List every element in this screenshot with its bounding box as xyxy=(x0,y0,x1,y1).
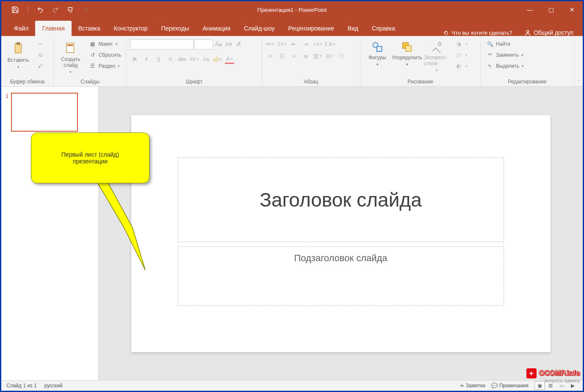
arrange-button[interactable]: Упорядочить▾ xyxy=(393,39,421,68)
columns-icon[interactable]: ▥ xyxy=(313,51,322,61)
svg-rect-4 xyxy=(17,42,20,44)
layout-icon: ▦ xyxy=(89,40,97,48)
plus-icon: + xyxy=(526,368,537,378)
minimize-button[interactable]: — xyxy=(519,1,540,18)
notes-button[interactable]: ≐Заметки xyxy=(460,383,485,389)
quick-styles-button[interactable]: Экспресс-стили▾ xyxy=(423,39,450,74)
smartart-icon[interactable]: ⬡ xyxy=(337,51,346,61)
maximize-button[interactable]: ▢ xyxy=(540,1,562,18)
strike-icon[interactable]: abc xyxy=(177,55,187,64)
title-placeholder[interactable]: Заголовок слайда xyxy=(178,157,504,242)
share-button[interactable]: Общий доступ xyxy=(518,29,583,36)
copy-button[interactable]: ⧉ xyxy=(34,50,46,60)
increase-font-icon[interactable]: A▴ xyxy=(214,39,223,49)
svg-rect-8 xyxy=(377,47,382,52)
tab-insert[interactable]: Вставка xyxy=(72,21,107,36)
svg-rect-3 xyxy=(15,44,22,53)
tab-view[interactable]: Вид xyxy=(341,21,365,36)
shape-outline-button[interactable]: ◻ xyxy=(453,50,469,60)
tab-file[interactable]: Файл xyxy=(7,21,35,36)
tab-design[interactable]: Конструктор xyxy=(107,21,155,36)
tab-animations[interactable]: Анимация xyxy=(196,21,237,36)
increase-indent-icon[interactable]: ⇥ xyxy=(301,39,310,49)
save-icon[interactable] xyxy=(11,5,20,14)
close-button[interactable]: ✕ xyxy=(562,1,583,18)
new-slide-button[interactable]: Создать слайд ▾ xyxy=(57,39,84,76)
doc-name: Презентация1 xyxy=(257,7,294,13)
decrease-font-icon[interactable]: A▾ xyxy=(224,39,233,49)
char-spacing-icon[interactable]: AV xyxy=(189,55,199,64)
thumbnail-item[interactable]: 1 xyxy=(6,93,94,132)
start-from-beginning-icon[interactable] xyxy=(66,5,75,14)
font-color-icon[interactable]: A xyxy=(225,55,234,64)
undo-icon[interactable] xyxy=(36,5,45,14)
language-indicator[interactable]: русский xyxy=(44,383,63,389)
paste-button[interactable]: Вставить ▾ xyxy=(5,39,32,71)
tab-help[interactable]: Справка xyxy=(365,21,402,36)
justify-icon[interactable]: ≣ xyxy=(301,51,310,61)
group-label-drawing: Рисование xyxy=(364,78,477,86)
group-slides: Создать слайд ▾ ▦Макет ↺Сбросить ☰Раздел… xyxy=(54,36,127,86)
shadow-icon[interactable]: S xyxy=(166,55,175,64)
watermark: +OCOMP.info вопросы админу xyxy=(526,368,580,383)
tell-me-search[interactable]: Что вы хотите сделать? xyxy=(437,30,518,36)
app-name: PowerPoint xyxy=(299,7,327,13)
layout-button[interactable]: ▦Макет xyxy=(87,39,123,49)
group-label-font: Шрифт xyxy=(130,78,258,86)
underline-icon[interactable]: Ч xyxy=(154,55,163,64)
tab-slideshow[interactable]: Слайд-шоу xyxy=(237,21,282,36)
align-center-icon[interactable]: ☰ xyxy=(277,51,287,61)
bold-icon[interactable]: Ж xyxy=(130,55,139,64)
select-button[interactable]: ↖Выделить xyxy=(484,61,526,71)
group-font: A▴ A▾ A̸ Ж К Ч S abc AV Aa ab A Шрифт xyxy=(127,36,262,86)
font-size-input[interactable] xyxy=(194,39,213,50)
thumbnail-panel: 1 xyxy=(1,87,99,380)
comments-button[interactable]: 💬Примечания xyxy=(491,383,529,389)
cut-button[interactable]: ✂ xyxy=(34,39,46,49)
slide-counter: Слайд 1 из 1 xyxy=(6,383,37,389)
tab-home[interactable]: Главная xyxy=(35,21,71,36)
copy-icon: ⧉ xyxy=(36,51,44,59)
slide-canvas[interactable]: Заголовок слайда Подзаголовок слайда xyxy=(131,115,551,352)
qat-more-icon[interactable] xyxy=(81,5,91,14)
format-painter-button[interactable]: 🖌 xyxy=(34,61,46,71)
effects-icon: ◐ xyxy=(454,62,463,70)
pointer-icon: ↖ xyxy=(486,62,494,70)
group-paragraph: •≡ 1≡ ⇤ ⇥ ↕≡ ↧A ≡ ☰ ≡ ≣ ▥ ⊟ ⬡ Абзац xyxy=(262,36,360,86)
numbering-icon[interactable]: 1≡ xyxy=(277,39,287,49)
align-text-icon[interactable]: ⊟ xyxy=(325,51,334,61)
thumbnail-slide-1[interactable] xyxy=(11,93,78,132)
slide-editor[interactable]: Заголовок слайда Подзаголовок слайда xyxy=(99,87,583,380)
replace-button[interactable]: ᵃᵇЗаменить xyxy=(484,50,526,60)
change-case-icon[interactable]: Aa xyxy=(201,55,210,64)
align-right-icon[interactable]: ≡ xyxy=(289,51,299,61)
shapes-button[interactable]: Фигуры▾ xyxy=(364,39,391,68)
highlight-icon[interactable]: ab xyxy=(213,55,222,64)
decrease-indent-icon[interactable]: ⇤ xyxy=(289,39,299,49)
italic-icon[interactable]: К xyxy=(142,55,151,64)
subtitle-placeholder[interactable]: Подзаголовок слайда xyxy=(178,246,504,306)
workspace: 1 Заголовок слайда Подзаголовок слайда xyxy=(1,87,583,380)
align-left-icon[interactable]: ≡ xyxy=(266,51,275,61)
tab-review[interactable]: Рецензирование xyxy=(282,21,341,36)
collapse-ribbon-icon[interactable]: ˆ xyxy=(578,80,579,85)
window-title: Презентация1 - PowerPoint xyxy=(257,7,327,13)
svg-rect-10 xyxy=(406,46,412,52)
section-button[interactable]: ☰Раздел xyxy=(87,61,123,71)
font-name-input[interactable] xyxy=(130,39,194,50)
svg-point-7 xyxy=(373,43,378,48)
notes-icon: ≐ xyxy=(460,383,464,389)
search-icon: 🔍 xyxy=(486,40,494,48)
window-controls: — ▢ ✕ xyxy=(519,1,583,18)
reset-button[interactable]: ↺Сбросить xyxy=(87,50,123,60)
line-spacing-icon[interactable]: ↕≡ xyxy=(313,39,322,49)
shape-effects-button[interactable]: ◐ xyxy=(453,61,469,71)
titlebar: Презентация1 - PowerPoint — ▢ ✕ xyxy=(1,1,583,18)
tab-transitions[interactable]: Переходы xyxy=(155,21,196,36)
text-direction-icon[interactable]: ↧A xyxy=(325,39,334,49)
find-button[interactable]: 🔍Найти xyxy=(484,39,526,49)
clear-format-icon[interactable]: A̸ xyxy=(234,39,244,49)
shape-fill-button[interactable]: ◑ xyxy=(453,39,469,49)
bullets-icon[interactable]: •≡ xyxy=(266,39,275,49)
redo-icon[interactable] xyxy=(51,5,60,14)
